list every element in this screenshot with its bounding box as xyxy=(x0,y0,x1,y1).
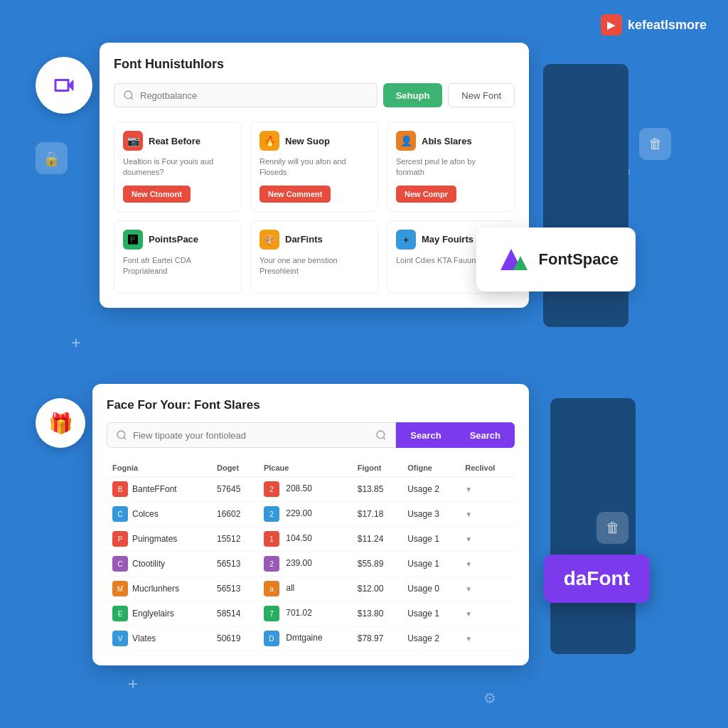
svg-line-1 xyxy=(131,97,133,100)
card-1-button[interactable]: New Ctomont xyxy=(123,186,191,203)
data-table: Fognia Doget Plcaue Figont Ofigne Recliv… xyxy=(107,459,515,651)
card-1-header: 📷 Reat Before xyxy=(123,131,232,151)
cell-name-2: P Puingmates xyxy=(107,527,211,552)
new-font-button[interactable]: New Font xyxy=(448,83,515,107)
dropdown-arrow-1[interactable]: ▼ xyxy=(465,510,472,518)
table-row: P Puingmates 15512 1 104.50 $11.24 Usage… xyxy=(107,527,515,552)
bottom-search-input-container[interactable] xyxy=(107,422,396,448)
col-header-1: Doget xyxy=(211,459,258,477)
branding-icon: ▶ xyxy=(601,14,622,36)
font-icon-1: C xyxy=(112,506,128,522)
cell-icon-6: D Dmtgaine xyxy=(258,626,352,651)
svg-line-5 xyxy=(124,437,126,439)
cell-icon-0: 2 208.50 xyxy=(258,477,352,502)
font-name-6: Vlates xyxy=(132,633,156,643)
bottom-search-icon-2 xyxy=(375,429,387,441)
card-3-header: 👤 Abls Slares xyxy=(396,131,505,151)
cell-val3-5: $13.80 xyxy=(352,601,402,626)
font-icon-2: P xyxy=(112,531,128,547)
card-6-title: May Fouirts xyxy=(422,234,473,245)
bottom-search-input[interactable] xyxy=(133,430,375,441)
dropdown-arrow-0[interactable]: ▼ xyxy=(465,486,472,493)
branding-text: kefeatIsmore xyxy=(628,18,707,33)
top-window: Font Hunistuhlors Sehuph New Font 📷 Reat… xyxy=(100,43,529,308)
cell-dropdown-6[interactable]: ▼ xyxy=(459,626,515,651)
card-5-icon: 🎨 xyxy=(259,230,279,250)
dropdown-arrow-2[interactable]: ▼ xyxy=(465,535,472,543)
table-row: C Colces 16602 2 229.00 $17.18 Usage 3 ▼ xyxy=(107,502,515,527)
card-3-button[interactable]: New Compr xyxy=(396,186,456,203)
cell-icon-2: 1 104.50 xyxy=(258,527,352,552)
font-name-1: Colces xyxy=(132,509,159,519)
cell-dropdown-2[interactable]: ▼ xyxy=(459,527,515,552)
card-4-title: PointsPace xyxy=(149,234,198,245)
search-button[interactable]: Sehuph xyxy=(383,83,443,107)
cell-val1-3: 56513 xyxy=(211,552,258,577)
cell-name-6: V Vlates xyxy=(107,626,211,651)
search-icon xyxy=(123,90,134,101)
cell-icon-1: 2 229.00 xyxy=(258,502,352,527)
gift-icon: 🎁 xyxy=(48,412,73,435)
search-input[interactable] xyxy=(140,90,368,101)
card-2-button[interactable]: New Comment xyxy=(259,186,331,203)
bottom-search-icon xyxy=(116,429,127,441)
dropdown-arrow-5[interactable]: ▼ xyxy=(465,610,472,618)
cell-val1-6: 50619 xyxy=(211,626,258,651)
font-icon-4: M xyxy=(112,581,128,596)
search-row: Sehuph New Font xyxy=(114,83,515,107)
dropdown-arrow-6[interactable]: ▼ xyxy=(465,635,472,643)
table-row: B BanteFFont 57645 2 208.50 $13.85 Usage… xyxy=(107,477,515,502)
cell-val3-1: $17.18 xyxy=(352,502,402,527)
font-icon-5: E xyxy=(112,606,128,621)
card-5-title: DarFints xyxy=(285,234,323,245)
cell-name-0: B BanteFFont xyxy=(107,477,211,502)
card-1-title: Reat Before xyxy=(149,136,200,146)
cell-icon-5: 7 701.02 xyxy=(258,601,352,626)
cell-dropdown-0[interactable]: ▼ xyxy=(459,477,515,502)
svg-point-4 xyxy=(117,431,125,439)
card-4-header: 🅿 PointsPace xyxy=(123,230,232,250)
col-header-0: Fognia xyxy=(107,459,211,477)
cell-val3-3: $55.89 xyxy=(352,552,402,577)
cell-dropdown-1[interactable]: ▼ xyxy=(459,502,515,527)
cell-usage-3: Usage 1 xyxy=(402,552,459,577)
card-3-icon: 👤 xyxy=(396,131,416,151)
cell-val1-1: 16602 xyxy=(211,502,258,527)
dropdown-arrow-3[interactable]: ▼ xyxy=(465,560,472,568)
table-header-row: Fognia Doget Plcaue Figont Ofigne Recliv… xyxy=(107,459,515,477)
card-2-icon: 🔥 xyxy=(259,131,279,151)
font-name-0: BanteFFont xyxy=(132,484,177,494)
cell-name-3: C Ctootility xyxy=(107,552,211,577)
bottom-search-row: Search Search xyxy=(107,422,515,448)
top-section: Font Hunistuhlors Sehuph New Font 📷 Reat… xyxy=(57,43,671,348)
font-icon-6: V xyxy=(112,631,128,646)
cell-name-4: M Mucrlunhers xyxy=(107,577,211,601)
card-1: 📷 Reat Before Uealtion is Four youis aud… xyxy=(114,122,242,212)
cell-val3-2: $11.24 xyxy=(352,527,402,552)
video-camera-icon xyxy=(51,73,77,98)
trash-icon-bottom: 🗑 xyxy=(596,512,628,544)
cell-icon-3: 2 239.00 xyxy=(258,552,352,577)
font-name-2: Puingmates xyxy=(132,534,177,544)
card-4: 🅿 PointsPace Font afr Eartei CDA Propria… xyxy=(114,220,242,294)
bottom-search-button-1[interactable]: Search xyxy=(396,422,455,448)
card-2-header: 🔥 New Suop xyxy=(259,131,369,151)
col-header-3: Figont xyxy=(352,459,402,477)
cell-dropdown-3[interactable]: ▼ xyxy=(459,552,515,577)
cell-usage-2: Usage 1 xyxy=(402,527,459,552)
video-bubble xyxy=(36,57,92,114)
search-input-container[interactable] xyxy=(114,83,378,107)
font-name-4: Mucrlunhers xyxy=(132,584,179,594)
cell-dropdown-4[interactable]: ▼ xyxy=(459,577,515,601)
table-row: E Englyelairs 58514 7 701.02 $13.80 Usag… xyxy=(107,601,515,626)
dropdown-arrow-4[interactable]: ▼ xyxy=(465,585,472,593)
cell-dropdown-5[interactable]: ▼ xyxy=(459,601,515,626)
bottom-search-button-2[interactable]: Search xyxy=(456,422,515,448)
card-1-desc: Uealtion is Four youis aud doumenes? xyxy=(123,156,232,178)
top-branding: ▶ kefeatIsmore xyxy=(601,14,707,36)
svg-point-0 xyxy=(124,91,132,99)
fontspace-label: FontSpace xyxy=(539,250,619,269)
col-header-4: Ofigne xyxy=(402,459,459,477)
card-1-icon: 📷 xyxy=(123,131,143,151)
cell-name-1: C Colces xyxy=(107,502,211,527)
